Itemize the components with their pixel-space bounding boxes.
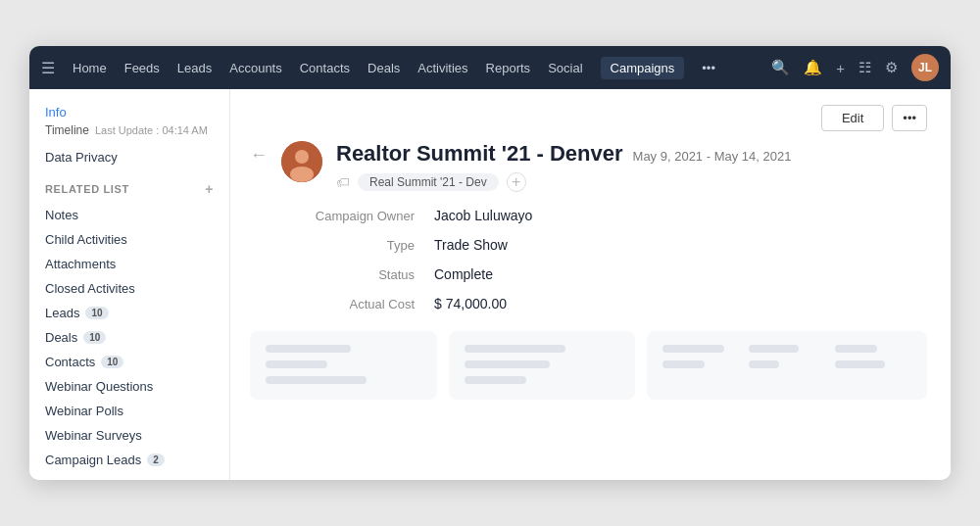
sidebar-info-link[interactable]: Info: [45, 105, 67, 120]
search-icon[interactable]: 🔍: [771, 59, 790, 76]
sidebar: Info Timeline Last Update : 04:14 AM Dat…: [29, 89, 230, 480]
cards-row: [250, 331, 927, 400]
sidebar-item-child-activities[interactable]: Child Activities: [29, 227, 229, 252]
fields-section: Campaign Owner Jacob Luluwayo Type Trade…: [307, 208, 927, 311]
card-1-line-1: [266, 345, 351, 353]
campaign-title-block: Realtor Summit '21 - Denver May 9, 2021 …: [336, 141, 927, 192]
nav-contacts[interactable]: Contacts: [300, 61, 350, 75]
owner-label: Campaign Owner: [307, 209, 434, 223]
status-value: Complete: [434, 266, 493, 282]
sidebar-item-closed-activities[interactable]: Closed Activites: [29, 276, 229, 301]
sidebar-item-webinar-questions[interactable]: Webinar Questions: [29, 374, 229, 399]
card-3-col-2-line-2: [749, 360, 779, 368]
leads-badge: 10: [85, 307, 108, 319]
field-type: Type Trade Show: [307, 237, 927, 253]
settings-icon[interactable]: ⚙: [885, 59, 898, 76]
card-2-line-3: [465, 376, 526, 384]
sidebar-item-webinar-polls[interactable]: Webinar Polls: [29, 399, 229, 423]
campaign-tag-row: 🏷 Real Summit '21 - Dev +: [336, 172, 927, 192]
nav-home[interactable]: Home: [73, 61, 107, 75]
sidebar-data-privacy-label: Data Privacy: [45, 150, 118, 165]
cost-value: $ 74,000.00: [434, 296, 507, 311]
sidebar-item-notes[interactable]: Notes: [29, 203, 229, 227]
type-value: Trade Show: [434, 237, 508, 253]
tag-add-button[interactable]: +: [507, 172, 526, 192]
campaign-dates: May 9, 2021 - May 14, 2021: [633, 149, 792, 164]
deals-badge: 10: [83, 331, 106, 344]
card-2-line-2: [465, 360, 550, 368]
back-button[interactable]: ←: [250, 145, 268, 166]
sidebar-item-webinar-surveys[interactable]: Webinar Surveys: [29, 423, 229, 448]
card-3-inner: [662, 345, 911, 386]
sidebar-item-attachments[interactable]: Attachments: [29, 252, 229, 276]
content-area: Edit ••• ← Realtor Summit '21 - Denver: [230, 89, 951, 480]
sidebar-item-deals[interactable]: Deals 10: [29, 325, 229, 350]
sidebar-timeline-link[interactable]: Timeline: [45, 123, 89, 137]
related-list-add-icon[interactable]: +: [205, 181, 214, 197]
topnav: ☰ Home Feeds Leads Accounts Contacts Dea…: [29, 46, 951, 89]
field-cost: Actual Cost $ 74,000.00: [307, 296, 927, 311]
card-1-line-3: [266, 376, 367, 384]
sidebar-top-links: Info: [29, 105, 229, 123]
campaign-avatar: [281, 141, 322, 182]
card-3-wide[interactable]: [647, 331, 927, 400]
hamburger-icon[interactable]: ☰: [41, 59, 55, 77]
card-3-col-1-line-2: [662, 360, 705, 368]
svg-point-1: [295, 150, 309, 164]
more-button[interactable]: •••: [892, 105, 927, 131]
tag-icon: 🏷: [336, 174, 350, 190]
card-2-line-1: [465, 345, 565, 353]
card-1[interactable]: [250, 331, 437, 400]
cost-label: Actual Cost: [307, 297, 434, 311]
sidebar-related-list-label: RELATED LIST +: [29, 181, 229, 203]
topnav-icons: 🔍 🔔 + ☷ ⚙ JL: [771, 54, 939, 81]
contacts-badge: 10: [101, 356, 123, 368]
sidebar-item-leads[interactable]: Leads 10: [29, 301, 229, 325]
field-status: Status Complete: [307, 266, 927, 282]
card-3-col-3: [835, 345, 911, 386]
nav-reports[interactable]: Reports: [486, 61, 531, 75]
campaign-leads-badge: 2: [147, 454, 165, 466]
svg-point-2: [290, 167, 314, 182]
field-owner: Campaign Owner Jacob Luluwayo: [307, 208, 927, 223]
campaign-title-row: Realtor Summit '21 - Denver May 9, 2021 …: [336, 141, 927, 167]
nav-campaigns[interactable]: Campaigns: [601, 57, 685, 79]
edit-button[interactable]: Edit: [821, 105, 884, 131]
nav-feeds[interactable]: Feeds: [124, 61, 160, 75]
card-2[interactable]: [449, 331, 636, 400]
app-window: ☰ Home Feeds Leads Accounts Contacts Dea…: [29, 46, 951, 480]
card-3-col-2-line-1: [749, 345, 799, 353]
sidebar-item-campaign-leads[interactable]: Campaign Leads 2: [29, 448, 229, 472]
campaign-tag-chip[interactable]: Real Summit '21 - Dev: [358, 173, 499, 191]
sidebar-data-privacy[interactable]: Data Privacy: [29, 145, 229, 169]
card-3-col-1-line-1: [662, 345, 723, 353]
grid-icon[interactable]: ☷: [858, 59, 871, 76]
card-3-col-1: [662, 345, 739, 386]
bell-icon[interactable]: 🔔: [804, 59, 822, 76]
campaign-header: ← Realtor Summit '21 - Denver May 9, 202…: [250, 141, 927, 192]
add-icon[interactable]: +: [836, 60, 845, 76]
sidebar-timeline-meta: Last Update : 04:14 AM: [95, 124, 208, 136]
type-label: Type: [307, 238, 434, 253]
nav-activities[interactable]: Activities: [417, 61, 467, 75]
edit-bar: Edit •••: [250, 105, 927, 131]
card-3-col-3-line-1: [835, 345, 877, 353]
card-1-line-2: [266, 360, 327, 368]
sidebar-timeline-row: Timeline Last Update : 04:14 AM: [29, 123, 229, 145]
nav-leads[interactable]: Leads: [177, 61, 212, 75]
nav-accounts[interactable]: Accounts: [229, 61, 281, 75]
avatar-image: [281, 141, 322, 182]
sidebar-item-contacts[interactable]: Contacts 10: [29, 350, 229, 374]
avatar[interactable]: JL: [911, 54, 939, 81]
card-3-col-2: [749, 345, 825, 386]
main-layout: Info Timeline Last Update : 04:14 AM Dat…: [29, 89, 951, 480]
nav-social[interactable]: Social: [548, 61, 582, 75]
nav-more[interactable]: •••: [702, 61, 715, 75]
owner-value: Jacob Luluwayo: [434, 208, 532, 223]
campaign-title: Realtor Summit '21 - Denver: [336, 141, 623, 167]
nav-deals[interactable]: Deals: [368, 61, 400, 75]
card-3-col-3-line-2: [835, 360, 885, 368]
status-label: Status: [307, 267, 434, 282]
